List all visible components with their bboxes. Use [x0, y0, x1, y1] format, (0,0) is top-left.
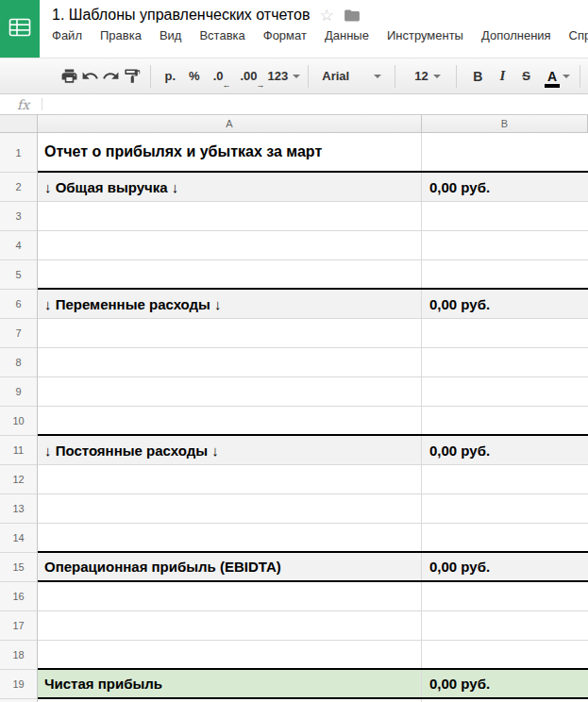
menu-item-8[interactable]: Дополнения: [481, 28, 551, 42]
row-header-6[interactable]: 6: [0, 290, 38, 319]
row-header-5[interactable]: 5: [0, 260, 38, 290]
sheet-row-6: 6↓ Переменные расходы ↓0,00 руб.: [0, 290, 588, 319]
cell-A11[interactable]: ↓ Постоянные расходы ↓: [38, 436, 422, 464]
menu-item-7[interactable]: Инструменты: [387, 28, 463, 42]
paint-format-button[interactable]: [122, 65, 143, 88]
cell-A2[interactable]: ↓ Общая выручка ↓: [38, 173, 422, 201]
cell-B4[interactable]: [422, 231, 588, 259]
row-header-18[interactable]: 18: [0, 641, 38, 670]
cell-B19[interactable]: 0,00 руб.: [422, 670, 588, 697]
folder-icon[interactable]: [344, 8, 361, 23]
row-header-7[interactable]: 7: [0, 319, 38, 348]
text-color-button[interactable]: A: [539, 69, 561, 84]
cell-A8[interactable]: [38, 348, 422, 376]
menu-item-1[interactable]: Файл: [52, 28, 82, 42]
cell-B7[interactable]: [422, 319, 588, 347]
column-header-B[interactable]: B: [422, 115, 588, 133]
row-header-12[interactable]: 12: [0, 465, 38, 494]
row-header-15[interactable]: 15: [0, 553, 38, 582]
cell-A15[interactable]: Операционная прибыль (EBIDTA): [38, 553, 422, 580]
row-header-16[interactable]: 16: [0, 582, 38, 611]
formula-input[interactable]: [42, 94, 588, 114]
toolbar-separator: [150, 65, 151, 88]
decrease-decimals-button[interactable]: .0 ←: [207, 69, 230, 83]
sheets-logo[interactable]: [0, 0, 40, 58]
cell-A16[interactable]: [38, 582, 422, 610]
cell-B10[interactable]: [422, 407, 588, 434]
cell-A1[interactable]: Отчет о прибылях и убытках за март: [38, 133, 422, 171]
cell-A3[interactable]: [38, 202, 422, 230]
undo-button[interactable]: [80, 65, 101, 88]
cell-A4[interactable]: [38, 231, 422, 259]
cell-B13[interactable]: [422, 494, 588, 523]
row-header-13[interactable]: 13: [0, 494, 38, 524]
chevron-down-icon: [433, 75, 441, 78]
row-header-4[interactable]: 4: [0, 231, 38, 260]
cell-A12[interactable]: [38, 465, 422, 493]
cell-B6[interactable]: 0,00 руб.: [422, 290, 588, 318]
row-cells-11: ↓ Постоянные расходы ↓0,00 руб.: [38, 436, 588, 465]
cell-B8[interactable]: [422, 348, 588, 376]
bold-button[interactable]: B: [464, 69, 491, 84]
cell-A19[interactable]: Чистая прибыль: [38, 670, 422, 697]
cell-B16[interactable]: [422, 582, 588, 610]
cell-B18[interactable]: [422, 641, 588, 668]
toolbar-separator: [456, 65, 457, 88]
row-header-10[interactable]: 10: [0, 407, 38, 436]
row-cells-13: [38, 494, 588, 524]
cell-B14[interactable]: [422, 524, 588, 551]
sheet-row-19: 19Чистая прибыль0,00 руб.: [0, 670, 588, 699]
select-all-corner[interactable]: [0, 115, 38, 133]
cell-A13[interactable]: [38, 494, 422, 523]
cell-A10[interactable]: [38, 407, 422, 434]
row-header-17[interactable]: 17: [0, 611, 38, 641]
menu-item-6[interactable]: Данные: [325, 28, 369, 42]
row-header-14[interactable]: 14: [0, 524, 38, 553]
menu-item-2[interactable]: Правка: [100, 28, 142, 42]
row-header-3[interactable]: 3: [0, 202, 38, 231]
column-header-A[interactable]: A: [38, 115, 422, 133]
star-icon[interactable]: ☆: [319, 8, 333, 24]
increase-decimals-button[interactable]: .00 →: [233, 69, 263, 83]
cell-A7[interactable]: [38, 319, 422, 347]
more-formats-dropdown[interactable]: 123: [268, 69, 301, 83]
cell-A17[interactable]: [38, 611, 422, 640]
print-button[interactable]: [59, 65, 80, 88]
cell-B17[interactable]: [422, 611, 588, 640]
row-header-2[interactable]: 2: [0, 173, 38, 202]
row-header-19[interactable]: 19: [0, 670, 38, 699]
font-family-dropdown[interactable]: Arial: [316, 69, 387, 83]
redo-button[interactable]: [101, 65, 122, 88]
cell-B3[interactable]: [422, 202, 588, 230]
italic-button[interactable]: I: [491, 68, 513, 84]
cell-B9[interactable]: [422, 377, 588, 406]
menu-item-3[interactable]: Вид: [160, 28, 182, 42]
sheet-row-18: 18: [0, 641, 588, 670]
cell-A6[interactable]: ↓ Переменные расходы ↓: [38, 290, 422, 318]
row-header-8[interactable]: 8: [0, 348, 38, 377]
font-size-dropdown[interactable]: 12: [403, 69, 448, 83]
cell-A14[interactable]: [38, 524, 422, 551]
currency-format-button[interactable]: р.: [159, 69, 183, 83]
strikethrough-button[interactable]: S: [513, 69, 539, 83]
cell-A18[interactable]: [38, 641, 422, 668]
row-header-1[interactable]: 1: [0, 133, 38, 173]
cell-A5[interactable]: [38, 260, 422, 288]
cell-B15[interactable]: 0,00 руб.: [422, 553, 588, 580]
cell-B1[interactable]: [422, 133, 588, 171]
cell-B5[interactable]: [422, 260, 588, 288]
cell-B11[interactable]: 0,00 руб.: [422, 436, 588, 464]
row-header-9[interactable]: 9: [0, 377, 38, 407]
percent-format-button[interactable]: %: [182, 69, 207, 83]
row-header-11[interactable]: 11: [0, 436, 38, 465]
chevron-down-icon[interactable]: [563, 75, 570, 78]
cell-A9[interactable]: [38, 377, 422, 406]
row-cells-10: [38, 407, 588, 436]
menu-item-9[interactable]: Справка: [569, 28, 588, 42]
more-formats-label: 123: [268, 69, 289, 83]
cell-B12[interactable]: [422, 465, 588, 493]
menu-item-4[interactable]: Вставка: [199, 28, 244, 42]
cell-B2[interactable]: 0,00 руб.: [422, 173, 588, 201]
document-title[interactable]: 1. Шаблоны управленческих отчетов: [52, 7, 310, 24]
menu-item-5[interactable]: Формат: [263, 28, 307, 42]
